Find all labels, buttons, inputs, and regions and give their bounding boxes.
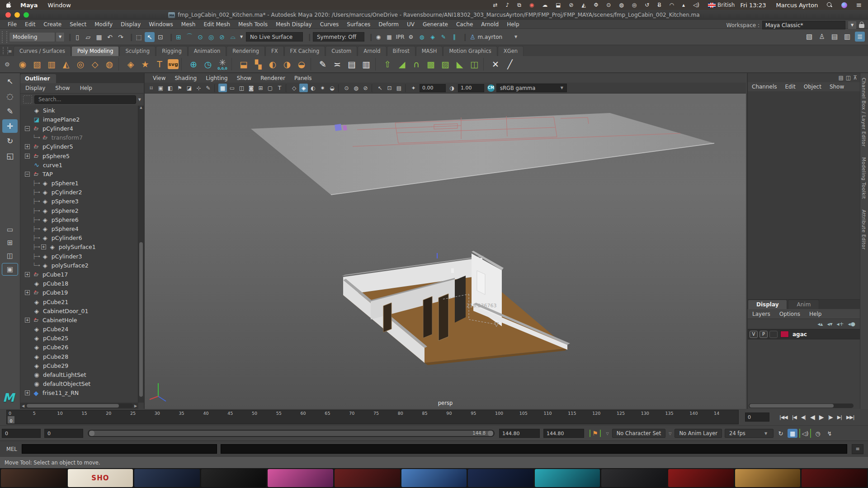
playback-button[interactable]: ▶| <box>835 413 844 421</box>
outliner-item[interactable]: pCylinder4 <box>20 124 138 133</box>
outliner-item[interactable]: pCube28 <box>20 352 138 361</box>
shelf-tool-icon[interactable]: ◣ <box>453 57 466 71</box>
outliner-item[interactable]: pSphere6 <box>20 215 138 224</box>
shelf-tool-icon[interactable]: ✕ <box>489 57 502 71</box>
shelf-tool-icon[interactable]: ✳ 0,0,0 <box>216 57 229 71</box>
render-icon[interactable]: ◉ <box>373 32 383 42</box>
playback-end-field[interactable]: 144.80 <box>499 429 540 438</box>
viewport-toolbar-icon[interactable]: ◈ <box>299 84 308 92</box>
viewport-menu-item[interactable]: Panels <box>290 75 316 81</box>
tool-icon[interactable]: ↖ <box>2 75 18 88</box>
script-editor-icon[interactable]: ≡ <box>852 444 863 454</box>
outliner-item[interactable]: CabinetDoor_01 <box>20 306 138 315</box>
playback-option-icon[interactable]: ◁) <box>799 429 811 438</box>
mac-status-icon[interactable]: ⇄ <box>493 0 497 10</box>
contrast-field[interactable]: 1.00 <box>458 84 484 92</box>
apple-logo-icon[interactable] <box>6 2 12 9</box>
expander-icon[interactable] <box>25 390 30 395</box>
shelf-tool-icon[interactable]: ⇧ <box>381 57 394 71</box>
mac-status-icon[interactable]: ↺ <box>645 0 649 10</box>
outliner-item[interactable]: pCube25 <box>20 334 138 343</box>
sidebar-toggle-icon[interactable]: ♙ <box>817 32 827 42</box>
mac-status-icon[interactable]: ◭ <box>582 0 586 10</box>
maya-menu-item[interactable]: Display <box>117 21 145 28</box>
shelf-tool-icon[interactable]: ▩ <box>425 57 437 71</box>
viewport-toolbar-icon[interactable]: ▤ <box>395 84 403 92</box>
shelf-tool-icon[interactable] <box>483 58 486 70</box>
render-icon[interactable]: ‖ <box>449 32 459 42</box>
shelf-tool-icon[interactable]: ◑ <box>281 57 293 71</box>
playback-button[interactable]: ◀| <box>799 413 807 421</box>
sidebar-toggle-icon[interactable]: ≣ <box>855 32 865 42</box>
mac-status-icon[interactable]: ⊙ <box>606 0 611 10</box>
viewport-toolbar-icon[interactable]: ✷ <box>318 84 327 92</box>
selection-mode-icon[interactable]: ⬚ <box>134 32 144 42</box>
layer-op-icon[interactable]: ◂● <box>848 321 856 327</box>
channel-menu-item[interactable]: Object <box>800 84 826 90</box>
chevron-down-icon[interactable]: ▽ <box>669 432 671 436</box>
shelf-tab[interactable]: Arnold <box>358 46 386 56</box>
playback-button[interactable]: ◀ <box>808 413 816 422</box>
playback-button[interactable]: |◀◀ <box>778 413 789 421</box>
layer-op-icon[interactable]: ◂+ <box>836 321 844 327</box>
gear-icon[interactable]: ⚙ <box>5 61 10 68</box>
outliner-item[interactable]: pCube19 <box>20 288 138 297</box>
user-account-chip[interactable]: ♙ m.ayrton ▼ <box>470 33 517 41</box>
render-icon[interactable]: ⚙ <box>406 32 416 42</box>
maya-menu-item[interactable]: Generate <box>419 21 452 28</box>
close-window-icon[interactable] <box>5 12 11 18</box>
menu-window[interactable]: Window <box>48 2 71 9</box>
shelf-tool-icon[interactable]: svg <box>168 59 179 69</box>
outliner-item[interactable]: polySurface1 <box>20 243 138 252</box>
layer-playback-toggle[interactable]: P <box>760 331 768 338</box>
shelf-tool-icon[interactable]: ╱ <box>504 57 516 71</box>
time-slider[interactable]: 0510152025303540455055606570758085909510… <box>6 410 739 424</box>
shelf-tool-icon[interactable]: ◇ <box>89 57 101 71</box>
shelf-tab[interactable]: Poly Modeling <box>71 46 119 56</box>
viewport-toolbar-icon[interactable]: ⌑ <box>147 84 156 92</box>
outliner-item[interactable]: defaultObjectSet <box>20 380 138 389</box>
selection-mode-icon[interactable]: ⊡ <box>156 32 165 42</box>
render-icon[interactable]: ◍ <box>417 32 427 42</box>
file-op-icon[interactable]: ▦ <box>94 32 104 42</box>
outliner-item[interactable]: transform7 <box>20 133 138 142</box>
contrast-icon[interactable]: ◑ <box>448 84 456 92</box>
shelf-tab[interactable]: Rigging <box>156 46 188 56</box>
shelf-tab[interactable]: Rendering <box>226 46 265 56</box>
range-slider[interactable]: 144.8 <box>88 430 495 437</box>
playback-button[interactable]: |▶ <box>826 413 835 421</box>
mac-status-icon[interactable]: ◠ <box>670 0 674 10</box>
viewport-toolbar-icon[interactable]: ⊡ <box>385 84 394 92</box>
maya-menu-item[interactable]: Help <box>503 21 523 28</box>
playback-option-icon[interactable]: ↯ <box>825 429 835 438</box>
outliner-item[interactable]: pCylinder6 <box>20 234 138 243</box>
shelf-tool-icon[interactable] <box>118 58 122 70</box>
sidebar-toggle-icon[interactable]: ▧ <box>804 32 814 42</box>
shelf-tool-icon[interactable] <box>375 58 378 70</box>
input-language-flag-icon[interactable] <box>708 3 716 8</box>
shelf-tab[interactable]: Bifrost <box>387 46 415 56</box>
viewport-toolbar-icon[interactable]: ◍ <box>352 84 360 92</box>
render-icon[interactable]: ▦ <box>384 32 394 42</box>
gamma-select[interactable]: sRGB gamma▼ <box>496 84 567 92</box>
outliner-item[interactable]: pCube18 <box>20 279 138 288</box>
maya-menu-item[interactable]: Arnold <box>477 21 503 28</box>
chevron-down-icon[interactable]: ▽ <box>606 432 609 436</box>
playback-start-field[interactable]: 0 <box>44 429 83 438</box>
viewport-toolbar-icon[interactable]: ✦ <box>409 84 418 92</box>
menubar-user[interactable]: Marcus Ayrton <box>776 2 818 9</box>
viewport-toolbar-icon[interactable] <box>286 84 288 92</box>
shelf-tool-icon[interactable]: T <box>153 57 166 71</box>
playback-option-icon[interactable]: ◷ <box>813 429 823 438</box>
dock-thumbnail[interactable] <box>335 469 400 487</box>
viewport-toolbar-icon[interactable]: ⊞ <box>256 84 265 92</box>
shelf-tool-icon[interactable]: ▨ <box>439 57 452 71</box>
maya-menu-item[interactable]: UV <box>403 21 419 28</box>
color-management-icon[interactable]: CM <box>487 84 495 92</box>
expander-icon[interactable] <box>25 144 30 149</box>
shelf-tab[interactable]: XGen <box>498 46 524 56</box>
dock-thumbnail[interactable] <box>468 469 533 487</box>
viewport-toolbar-icon[interactable]: T <box>275 84 284 92</box>
maya-menu-item[interactable]: Edit Mesh <box>199 21 234 28</box>
maya-menu-item[interactable]: Edit <box>21 21 39 28</box>
